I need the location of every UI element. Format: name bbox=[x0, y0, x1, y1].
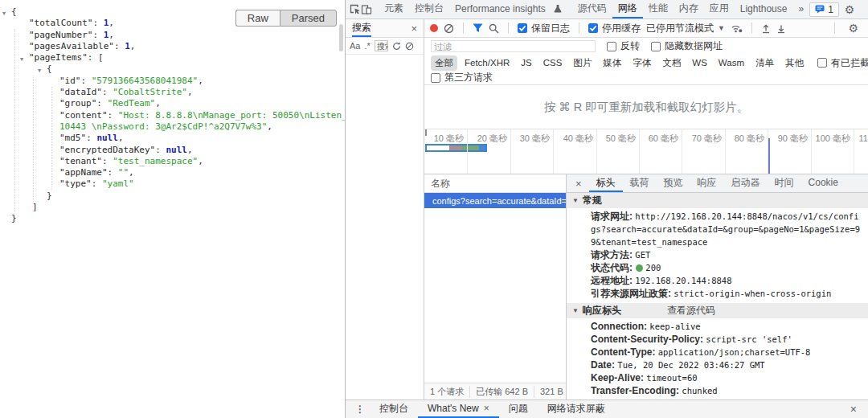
settings-gear-icon[interactable]: ⚙ bbox=[841, 4, 859, 15]
checkbox-checked-icon bbox=[588, 23, 598, 33]
drawer-tab-网络请求屏蔽[interactable]: 网络请求屏蔽 bbox=[538, 400, 615, 418]
devtools-tabbar: 元素控制台Performance insights源代码网络性能内存应用Ligh… bbox=[346, 0, 868, 19]
header-value: chunked bbox=[682, 386, 717, 395]
json-line: "type": "yaml" bbox=[0, 178, 345, 190]
chip-其他[interactable]: 其他 bbox=[781, 55, 808, 71]
general-section-header[interactable]: ▼ 常规 bbox=[567, 193, 868, 208]
tab-内存[interactable]: 内存 bbox=[674, 0, 704, 18]
json-content: ▼{"totalCount": 1,"pageNumber": 1,"pages… bbox=[0, 0, 345, 225]
preserve-log-checkbox[interactable]: 保留日志 bbox=[518, 22, 570, 35]
tab-控制台[interactable]: 控制台 bbox=[409, 0, 449, 18]
chip-Fetch/XHR[interactable]: Fetch/XHR bbox=[461, 56, 514, 69]
network-status-bar: 1 个请求已传输 642 B321 B 项资源 bbox=[424, 383, 566, 400]
more-tabs[interactable]: » bbox=[792, 0, 809, 18]
response-headers-section-header[interactable]: ▼ 响应标头 查看源代码 bbox=[567, 303, 868, 318]
chip-CSS[interactable]: CSS bbox=[539, 56, 567, 69]
details-tab-预览[interactable]: 预览 bbox=[657, 174, 690, 192]
checkbox-unchecked-icon bbox=[651, 42, 661, 51]
inspect-element-icon[interactable] bbox=[350, 0, 361, 18]
blocked-cookies-checkbox[interactable]: 有已拦截的 Cookie bbox=[817, 56, 868, 70]
json-line: "content": "Host: 8.8.8.8\nManage_port: … bbox=[0, 110, 345, 121]
chip-图片[interactable]: 图片 bbox=[569, 55, 596, 71]
export-har-icon[interactable] bbox=[776, 23, 786, 34]
close-details-icon[interactable]: × bbox=[568, 174, 589, 192]
response-header-row: Connection: keep-alive bbox=[591, 320, 862, 333]
record-icon[interactable] bbox=[430, 24, 438, 32]
response-header-row: Date: Tue, 20 Dec 2022 03:46:27 GMT bbox=[591, 359, 862, 371]
chip-全部[interactable]: 全部 bbox=[431, 55, 457, 71]
disable-cache-checkbox[interactable]: 停用缓存 bbox=[588, 22, 641, 35]
details-tab-启动器[interactable]: 启动器 bbox=[724, 174, 768, 192]
tab-性能[interactable]: 性能 bbox=[643, 0, 674, 18]
request-type-chips: 全部Fetch/XHRJSCSS图片媒体字体文档WSWasm清单其他有已拦截的 … bbox=[424, 55, 868, 71]
network-filter-input[interactable]: 过滤 bbox=[431, 40, 596, 52]
details-tab-载荷[interactable]: 载荷 bbox=[623, 174, 657, 192]
close-tab-icon[interactable]: × bbox=[484, 403, 489, 414]
details-tab-Cookie[interactable]: Cookie bbox=[801, 174, 845, 192]
network-overview-timeline[interactable]: 10 毫秒20 毫秒30 毫秒40 毫秒50 毫秒60 毫秒70 毫秒80 毫秒… bbox=[424, 129, 868, 174]
kebab-menu-icon[interactable]: ⋮ bbox=[860, 4, 868, 15]
header-name: Date: bbox=[591, 359, 617, 371]
name-column-header[interactable]: 名称 bbox=[424, 174, 566, 193]
scrollbar-thumb[interactable] bbox=[339, 24, 343, 51]
tab-元素[interactable]: 元素 bbox=[379, 0, 409, 18]
tab-网络[interactable]: 网络 bbox=[612, 0, 643, 18]
close-drawer-icon[interactable]: × bbox=[844, 400, 863, 418]
json-line: ▼{ bbox=[0, 64, 345, 75]
details-tab-时间[interactable]: 时间 bbox=[768, 174, 801, 192]
network-conditions-icon[interactable] bbox=[731, 23, 743, 33]
regex-button[interactable]: .* bbox=[364, 41, 370, 51]
refresh-icon[interactable] bbox=[392, 42, 401, 51]
search-tab[interactable]: 搜索 bbox=[352, 19, 371, 37]
chip-媒体[interactable]: 媒体 bbox=[599, 55, 625, 71]
chip-WS[interactable]: WS bbox=[688, 56, 711, 69]
divider bbox=[751, 23, 752, 34]
tab-Performance insights[interactable]: Performance insights bbox=[449, 0, 572, 18]
headers-pane: ▼ 常规 请求网址: http://192.168.20.144:8848/na… bbox=[567, 193, 868, 400]
drawer-tab-label: 问题 bbox=[509, 402, 528, 416]
import-har-icon[interactable] bbox=[761, 23, 771, 34]
third-party-checkbox[interactable]: 第三方请求 bbox=[431, 71, 493, 84]
invert-filter-checkbox[interactable]: 反转 bbox=[607, 39, 640, 53]
request-row[interactable]: configs?search=accurate&dataId=… bbox=[424, 193, 566, 208]
chip-清单[interactable]: 清单 bbox=[751, 55, 778, 71]
tab-label: 内存 bbox=[679, 2, 698, 15]
tab-应用[interactable]: 应用 bbox=[704, 0, 735, 18]
network-filters: 过滤 反转 隐藏数据网址 全部Fetch/XHRJSCSS图片媒体字体文档WSW… bbox=[424, 38, 868, 85]
header-value: script-src 'self' bbox=[706, 334, 792, 344]
issues-badge[interactable]: 1 bbox=[809, 2, 839, 17]
search-network-icon[interactable] bbox=[489, 23, 499, 34]
chip-JS[interactable]: JS bbox=[517, 56, 535, 69]
drawer-kebab-menu-icon[interactable]: ⋮ bbox=[350, 400, 370, 418]
chip-文档[interactable]: 文档 bbox=[658, 55, 685, 71]
view-source-link[interactable]: 查看源代码 bbox=[667, 304, 715, 318]
match-case-button[interactable]: Aa bbox=[350, 41, 360, 51]
close-search-icon[interactable]: × bbox=[404, 19, 424, 37]
filter-funnel-icon[interactable] bbox=[473, 23, 483, 33]
drawer-tab-问题[interactable]: 问题 bbox=[499, 400, 538, 418]
network-settings-gear-icon[interactable]: ⚙ bbox=[844, 23, 862, 34]
json-line: "id": "579136643568041984", bbox=[0, 76, 345, 87]
chip-字体[interactable]: 字体 bbox=[628, 55, 655, 71]
clear-network-log-icon[interactable] bbox=[444, 23, 454, 34]
raw-button[interactable]: Raw bbox=[235, 10, 280, 27]
chip-Wasm[interactable]: Wasm bbox=[714, 56, 748, 69]
status-dot-icon bbox=[636, 264, 643, 272]
hide-data-urls-checkbox[interactable]: 隐藏数据网址 bbox=[651, 39, 723, 53]
tab-源代码[interactable]: 源代码 bbox=[572, 0, 612, 18]
throttling-dropdown[interactable]: 已停用节流模式 ▼ bbox=[646, 22, 725, 35]
device-toolbar-icon[interactable] bbox=[361, 0, 372, 18]
search-input[interactable]: 搜索 bbox=[375, 40, 388, 51]
parsed-button[interactable]: Parsed bbox=[280, 10, 337, 27]
drawer-tab-控制台[interactable]: 控制台 bbox=[370, 400, 418, 418]
json-line: "dataId": "CobaltStrite", bbox=[0, 87, 345, 98]
details-tab-标头[interactable]: 标头 bbox=[589, 174, 623, 192]
general-rows: 请求网址: http://192.168.20.144:8848/nacos/v… bbox=[567, 208, 868, 303]
header-name: 请求方法: bbox=[591, 249, 635, 260]
clear-search-icon[interactable] bbox=[405, 42, 414, 51]
tab-Lighthouse[interactable]: Lighthouse bbox=[735, 0, 793, 18]
details-tab-响应[interactable]: 响应 bbox=[690, 174, 724, 192]
drawer-tab-What's New[interactable]: What's New× bbox=[418, 400, 499, 418]
screenshot-root: Raw Parsed ▼{"totalCount": 1,"pageNumber… bbox=[0, 0, 868, 418]
tab-label: 源代码 bbox=[578, 2, 607, 15]
